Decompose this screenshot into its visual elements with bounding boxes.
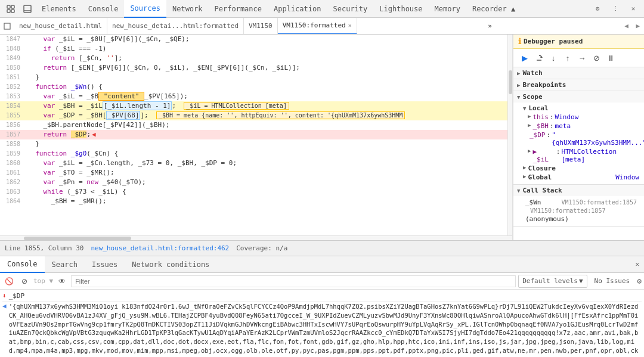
code-line-1857[interactable]: 1857 return _$DP;◀ (0, 130, 512, 139)
code-line-1859[interactable]: 1859 function _$g0(_$Cn) { (0, 149, 512, 159)
console-output[interactable]: ⬇ _$DP ◀ '{qhUXmM137x6ywhS3HMM3Mi01oyi k… (0, 290, 644, 357)
console-settings-btn[interactable]: ⊘ (18, 275, 31, 288)
svg-rect-6 (4, 23, 10, 29)
callstack-fn-1: (anonymous) (525, 215, 569, 223)
code-line-1855[interactable]: 1855 var _$DP = _$BH[_$PV[68]]; _$BH = m… (0, 111, 512, 120)
watch-arrow-icon: ▶ (517, 70, 520, 76)
code-v-scrollbar-thumb[interactable] (509, 70, 512, 94)
scope-global-header[interactable]: ▶ Global Window (523, 173, 639, 182)
pause-exceptions-btn[interactable]: ⏸ (604, 51, 617, 64)
code-line-1854[interactable]: 1854 var _$BH = _$iL[_$iL.length - 1]; _… (0, 101, 512, 111)
scope-iL: ▶ ▶ _$iL : HTMLCollection [meta] (528, 147, 639, 164)
live-expressions-btn[interactable]: 👁 (55, 275, 69, 288)
callstack-item-0[interactable]: _$Wn VM1150:formatted:1857 (523, 197, 639, 207)
debugger-banner: ℹ Debugger paused (513, 35, 644, 49)
code-line-1858[interactable]: 1858 } (0, 139, 512, 149)
coverage-link[interactable]: new_house_detail.html:formatted:462 (91, 244, 229, 252)
bottom-tab-issues[interactable]: Issues (85, 256, 125, 273)
watch-section: ▶ Watch (513, 67, 644, 79)
console-input-line: ⬇ _$DP (2, 291, 642, 302)
callstack-fn-0: _$Wn (525, 198, 541, 206)
code-line-1852[interactable]: 1852 function _$Wn() { (0, 82, 512, 92)
code-line-1864[interactable]: 1864 _$BH = _$MR(); (0, 197, 512, 206)
bottom-tab-console[interactable]: Console (0, 256, 45, 273)
code-panel[interactable]: 1847 var _$iL = _$0U[_$PV[6]](_$Cn, _$QE… (0, 35, 513, 240)
file-tab-next-icon[interactable]: ▶ (634, 22, 642, 30)
console-gear-icon[interactable]: ⚙ (637, 277, 642, 285)
devtools-back-icon[interactable] (2, 1, 19, 17)
info-icon: ℹ (518, 37, 521, 46)
step-over-btn[interactable] (532, 51, 546, 64)
code-line-1856[interactable]: 1856 _$BH.parentNode[_$PV[42]](_$BH); (0, 120, 512, 130)
devtools-dock-icon[interactable] (19, 1, 36, 17)
tab-elements[interactable]: Elements (36, 0, 82, 18)
bottom-tab-network-conditions[interactable]: Network conditions (125, 256, 216, 273)
code-line-1850[interactable]: 1850 return [_$EN[_$PV[6]](_$Cn, 0, _$iL… (0, 63, 512, 73)
breakpoints-header[interactable]: ▶ Breakpoints (513, 79, 644, 91)
scope-global-arrow-icon[interactable]: ▶ (523, 173, 526, 179)
scope-this-arrow-icon[interactable]: ▶ (528, 113, 531, 119)
tab-application[interactable]: Application (268, 0, 327, 18)
tab-network[interactable]: Network (166, 0, 209, 18)
scope-header[interactable]: ▼ Scope (513, 91, 644, 103)
clear-console-btn[interactable]: 🚫 (2, 275, 16, 288)
code-line-1848[interactable]: 1848 if (_$iL === -1) (0, 44, 512, 54)
code-line-1853[interactable]: 1853 var _$iL = _$B "content" _$PV[165])… (0, 92, 512, 101)
code-line-1862[interactable]: 1862 var _$Pn = new _$40(_$TO); (0, 178, 512, 187)
scope-closure-arrow-icon[interactable]: ▶ (523, 164, 526, 170)
scope-local-header[interactable]: ▼ Local (523, 104, 639, 113)
top-tab-bar: Elements Console Sources Network Perform… (0, 0, 644, 18)
step-btn[interactable]: → (575, 51, 589, 64)
scope-iL-arrow-icon[interactable]: ▶ (528, 148, 531, 154)
file-tab-new-house-formatted[interactable]: new_house_detai...html:formatted (107, 18, 244, 35)
console-input-text: _$DP (9, 291, 25, 300)
code-h-scrollbar-thumb[interactable] (24, 237, 131, 240)
status-bar: Line 1855, Column 30 new_house_detail.ht… (0, 240, 644, 256)
resume-btn[interactable]: ▶ (518, 51, 531, 64)
scope-BH-arrow-icon[interactable]: ▶ (528, 122, 531, 128)
tab-lighthouse[interactable]: Lighthouse (373, 0, 428, 18)
file-tab-prev-icon[interactable]: ◀ (623, 22, 630, 30)
breakpoints-section: ▶ Breakpoints (513, 79, 644, 91)
tab-memory[interactable]: Memory (429, 0, 466, 18)
bottom-panel-close-icon[interactable]: ✕ (630, 260, 644, 268)
scope-closure-header[interactable]: ▶ Closure (523, 164, 639, 173)
file-tab-overflow-icon[interactable]: » (485, 22, 494, 30)
code-line-1851[interactable]: 1851 } (0, 73, 512, 82)
breakpoints-arrow-icon: ▶ (517, 82, 520, 88)
settings-icon[interactable]: ⚙ (589, 1, 606, 17)
tab-recorder[interactable]: Recorder ▲ (466, 0, 521, 18)
scope-BH: ▶ _$BH : meta (528, 122, 639, 131)
console-output-line: ◀ '{qhUXmM137x6ywhS3HMM3Mi01oyi k183nfdO… (2, 302, 642, 357)
tab-sources[interactable]: Sources (124, 0, 166, 18)
tab-performance[interactable]: Performance (209, 0, 268, 18)
close-devtools-icon[interactable]: ✕ (625, 1, 642, 17)
default-levels-dropdown[interactable]: Default levels ▼ (518, 275, 587, 288)
file-tab-new-house[interactable]: new_house_detail.html (14, 18, 107, 35)
close-file-tab-icon[interactable]: ✕ (348, 22, 352, 29)
code-line-1863[interactable]: 1863 while (_$73 < _$iL) { (0, 187, 512, 197)
code-line-1860[interactable]: 1860 var _$iL = _$Cn.length, _$73 = 0, _… (0, 159, 512, 168)
step-into-btn[interactable]: ↓ (547, 51, 560, 64)
code-line-1849[interactable]: 1849 return [_$Cn, '']; (0, 54, 512, 63)
scope-section: ▼ Scope ▼ Local ▶ this : Window (513, 91, 644, 185)
bottom-tab-search[interactable]: Search (45, 256, 85, 273)
scope-local-content: ▶ this : Window ▶ _$BH : meta _$DP (523, 113, 639, 164)
file-tab-vm1150-formatted[interactable]: VM1150:formatted ✕ (278, 18, 357, 35)
file-nav-icon[interactable] (0, 18, 14, 35)
console-filter-input[interactable] (71, 275, 516, 287)
deactivate-btn[interactable]: ⊘ (590, 51, 603, 64)
code-line-1861[interactable]: 1861 var _$TO = _$MR(); (0, 168, 512, 178)
scope-this: ▶ this : Window (528, 113, 639, 122)
tab-security[interactable]: Security (327, 0, 374, 18)
tab-console[interactable]: Console (82, 0, 125, 18)
code-line-1847[interactable]: 1847 var _$iL = _$0U[_$PV[6]](_$Cn, _$QE… (0, 35, 512, 44)
more-icon[interactable]: ⋮ (607, 1, 624, 17)
code-v-scrollbar[interactable] (507, 35, 512, 235)
step-out-btn[interactable]: ↑ (561, 51, 574, 64)
callstack-header[interactable]: ▼ Call Stack (513, 185, 644, 196)
code-h-scrollbar[interactable] (0, 235, 512, 240)
callstack-item-1[interactable]: (anonymous) (523, 214, 639, 224)
file-tab-vm1150[interactable]: VM1150 (244, 18, 278, 35)
watch-header[interactable]: ▶ Watch (513, 67, 644, 79)
